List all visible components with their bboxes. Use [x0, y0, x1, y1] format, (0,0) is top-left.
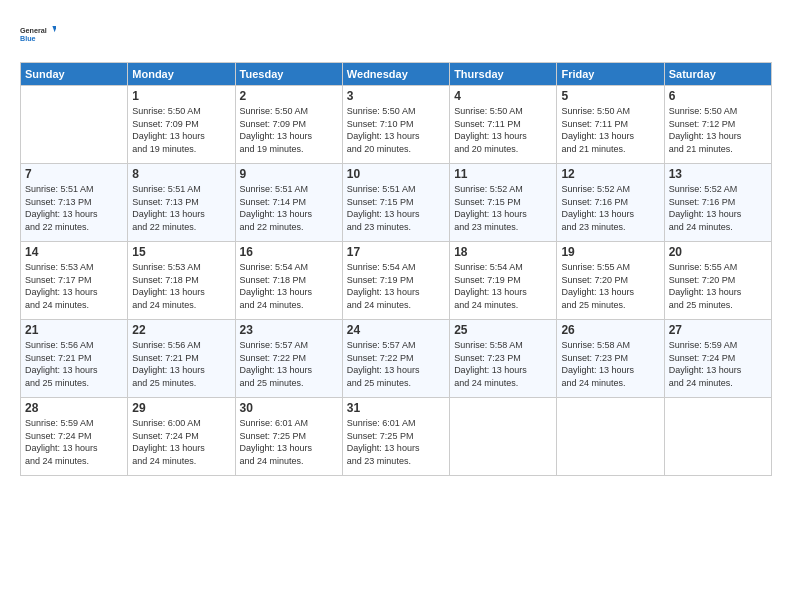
calendar-cell: 25Sunrise: 5:58 AMSunset: 7:23 PMDayligh… [450, 320, 557, 398]
header-wednesday: Wednesday [342, 63, 449, 86]
calendar-table: SundayMondayTuesdayWednesdayThursdayFrid… [20, 62, 772, 476]
day-info: Sunrise: 5:54 AMSunset: 7:19 PMDaylight:… [347, 261, 445, 311]
day-info: Sunrise: 5:51 AMSunset: 7:15 PMDaylight:… [347, 183, 445, 233]
day-number: 11 [454, 167, 552, 181]
day-number: 28 [25, 401, 123, 415]
day-info: Sunrise: 6:01 AMSunset: 7:25 PMDaylight:… [240, 417, 338, 467]
calendar-cell: 1Sunrise: 5:50 AMSunset: 7:09 PMDaylight… [128, 86, 235, 164]
day-info: Sunrise: 5:55 AMSunset: 7:20 PMDaylight:… [561, 261, 659, 311]
day-number: 6 [669, 89, 767, 103]
svg-text:General: General [20, 26, 47, 35]
day-info: Sunrise: 5:58 AMSunset: 7:23 PMDaylight:… [454, 339, 552, 389]
day-number: 13 [669, 167, 767, 181]
calendar-cell: 15Sunrise: 5:53 AMSunset: 7:18 PMDayligh… [128, 242, 235, 320]
calendar-cell: 30Sunrise: 6:01 AMSunset: 7:25 PMDayligh… [235, 398, 342, 476]
calendar-cell: 18Sunrise: 5:54 AMSunset: 7:19 PMDayligh… [450, 242, 557, 320]
day-info: Sunrise: 5:52 AMSunset: 7:15 PMDaylight:… [454, 183, 552, 233]
calendar-cell: 29Sunrise: 6:00 AMSunset: 7:24 PMDayligh… [128, 398, 235, 476]
calendar-cell: 11Sunrise: 5:52 AMSunset: 7:15 PMDayligh… [450, 164, 557, 242]
calendar-cell: 9Sunrise: 5:51 AMSunset: 7:14 PMDaylight… [235, 164, 342, 242]
day-info: Sunrise: 5:59 AMSunset: 7:24 PMDaylight:… [25, 417, 123, 467]
day-info: Sunrise: 5:50 AMSunset: 7:12 PMDaylight:… [669, 105, 767, 155]
day-number: 3 [347, 89, 445, 103]
day-info: Sunrise: 5:52 AMSunset: 7:16 PMDaylight:… [561, 183, 659, 233]
day-number: 14 [25, 245, 123, 259]
calendar-cell: 16Sunrise: 5:54 AMSunset: 7:18 PMDayligh… [235, 242, 342, 320]
calendar-cell: 8Sunrise: 5:51 AMSunset: 7:13 PMDaylight… [128, 164, 235, 242]
day-number: 30 [240, 401, 338, 415]
svg-text:Blue: Blue [20, 34, 36, 43]
calendar-cell: 23Sunrise: 5:57 AMSunset: 7:22 PMDayligh… [235, 320, 342, 398]
calendar-cell: 10Sunrise: 5:51 AMSunset: 7:15 PMDayligh… [342, 164, 449, 242]
day-number: 26 [561, 323, 659, 337]
calendar-week-row: 7Sunrise: 5:51 AMSunset: 7:13 PMDaylight… [21, 164, 772, 242]
calendar-cell: 20Sunrise: 5:55 AMSunset: 7:20 PMDayligh… [664, 242, 771, 320]
day-number: 12 [561, 167, 659, 181]
day-info: Sunrise: 5:55 AMSunset: 7:20 PMDaylight:… [669, 261, 767, 311]
day-info: Sunrise: 5:57 AMSunset: 7:22 PMDaylight:… [240, 339, 338, 389]
day-number: 27 [669, 323, 767, 337]
day-info: Sunrise: 5:52 AMSunset: 7:16 PMDaylight:… [669, 183, 767, 233]
day-number: 1 [132, 89, 230, 103]
logo: General Blue [20, 16, 56, 52]
calendar-week-row: 1Sunrise: 5:50 AMSunset: 7:09 PMDaylight… [21, 86, 772, 164]
calendar-cell: 2Sunrise: 5:50 AMSunset: 7:09 PMDaylight… [235, 86, 342, 164]
day-info: Sunrise: 6:01 AMSunset: 7:25 PMDaylight:… [347, 417, 445, 467]
calendar-week-row: 14Sunrise: 5:53 AMSunset: 7:17 PMDayligh… [21, 242, 772, 320]
header-saturday: Saturday [664, 63, 771, 86]
day-number: 20 [669, 245, 767, 259]
day-number: 25 [454, 323, 552, 337]
day-info: Sunrise: 5:56 AMSunset: 7:21 PMDaylight:… [25, 339, 123, 389]
calendar-cell: 6Sunrise: 5:50 AMSunset: 7:12 PMDaylight… [664, 86, 771, 164]
calendar-cell: 19Sunrise: 5:55 AMSunset: 7:20 PMDayligh… [557, 242, 664, 320]
day-info: Sunrise: 5:54 AMSunset: 7:19 PMDaylight:… [454, 261, 552, 311]
day-number: 17 [347, 245, 445, 259]
day-info: Sunrise: 5:59 AMSunset: 7:24 PMDaylight:… [669, 339, 767, 389]
day-info: Sunrise: 6:00 AMSunset: 7:24 PMDaylight:… [132, 417, 230, 467]
day-number: 5 [561, 89, 659, 103]
calendar-cell [557, 398, 664, 476]
day-number: 23 [240, 323, 338, 337]
calendar-cell: 4Sunrise: 5:50 AMSunset: 7:11 PMDaylight… [450, 86, 557, 164]
day-number: 8 [132, 167, 230, 181]
calendar-cell [664, 398, 771, 476]
day-number: 21 [25, 323, 123, 337]
calendar-cell: 3Sunrise: 5:50 AMSunset: 7:10 PMDaylight… [342, 86, 449, 164]
calendar-cell: 5Sunrise: 5:50 AMSunset: 7:11 PMDaylight… [557, 86, 664, 164]
day-number: 4 [454, 89, 552, 103]
day-number: 22 [132, 323, 230, 337]
day-info: Sunrise: 5:53 AMSunset: 7:18 PMDaylight:… [132, 261, 230, 311]
calendar-cell: 24Sunrise: 5:57 AMSunset: 7:22 PMDayligh… [342, 320, 449, 398]
day-number: 7 [25, 167, 123, 181]
calendar-week-row: 21Sunrise: 5:56 AMSunset: 7:21 PMDayligh… [21, 320, 772, 398]
day-number: 29 [132, 401, 230, 415]
day-info: Sunrise: 5:51 AMSunset: 7:13 PMDaylight:… [132, 183, 230, 233]
day-info: Sunrise: 5:58 AMSunset: 7:23 PMDaylight:… [561, 339, 659, 389]
header-thursday: Thursday [450, 63, 557, 86]
header-sunday: Sunday [21, 63, 128, 86]
day-number: 16 [240, 245, 338, 259]
calendar-cell [450, 398, 557, 476]
day-number: 15 [132, 245, 230, 259]
header-friday: Friday [557, 63, 664, 86]
calendar-cell: 7Sunrise: 5:51 AMSunset: 7:13 PMDaylight… [21, 164, 128, 242]
day-number: 31 [347, 401, 445, 415]
calendar-cell: 12Sunrise: 5:52 AMSunset: 7:16 PMDayligh… [557, 164, 664, 242]
day-info: Sunrise: 5:56 AMSunset: 7:21 PMDaylight:… [132, 339, 230, 389]
day-number: 2 [240, 89, 338, 103]
calendar-cell: 28Sunrise: 5:59 AMSunset: 7:24 PMDayligh… [21, 398, 128, 476]
day-number: 9 [240, 167, 338, 181]
calendar-header-row: SundayMondayTuesdayWednesdayThursdayFrid… [21, 63, 772, 86]
day-info: Sunrise: 5:50 AMSunset: 7:11 PMDaylight:… [561, 105, 659, 155]
day-number: 19 [561, 245, 659, 259]
day-info: Sunrise: 5:50 AMSunset: 7:11 PMDaylight:… [454, 105, 552, 155]
calendar-cell: 13Sunrise: 5:52 AMSunset: 7:16 PMDayligh… [664, 164, 771, 242]
calendar-cell [21, 86, 128, 164]
calendar-cell: 14Sunrise: 5:53 AMSunset: 7:17 PMDayligh… [21, 242, 128, 320]
day-info: Sunrise: 5:51 AMSunset: 7:14 PMDaylight:… [240, 183, 338, 233]
calendar-cell: 31Sunrise: 6:01 AMSunset: 7:25 PMDayligh… [342, 398, 449, 476]
calendar-cell: 27Sunrise: 5:59 AMSunset: 7:24 PMDayligh… [664, 320, 771, 398]
svg-marker-2 [52, 26, 56, 32]
header-monday: Monday [128, 63, 235, 86]
calendar-week-row: 28Sunrise: 5:59 AMSunset: 7:24 PMDayligh… [21, 398, 772, 476]
